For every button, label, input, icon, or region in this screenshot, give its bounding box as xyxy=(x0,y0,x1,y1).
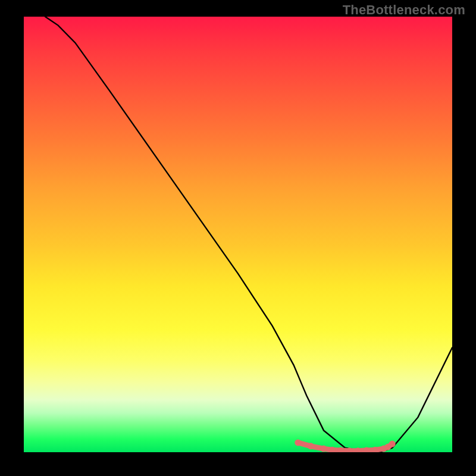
marker-dot xyxy=(389,441,396,447)
plot-area xyxy=(24,17,452,452)
bottleneck-curve xyxy=(45,17,452,452)
watermark-text: TheBottleneck.com xyxy=(343,2,465,18)
marker-dot xyxy=(308,443,314,449)
chart-frame: TheBottleneck.com xyxy=(0,0,476,476)
marker-dot xyxy=(321,446,327,452)
curve-svg xyxy=(24,17,452,452)
marker-group xyxy=(295,439,395,452)
marker-dot xyxy=(295,439,301,446)
